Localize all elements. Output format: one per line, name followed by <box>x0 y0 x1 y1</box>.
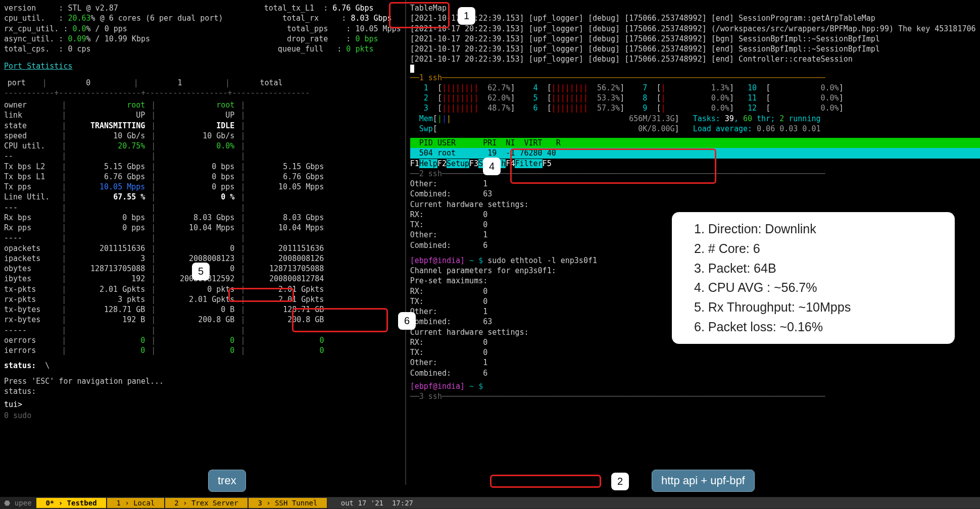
port-rows: owner|root|root|link|UP|UP|state|TRANSMI… <box>4 100 328 355</box>
table-row: ibytes|192|200800812592|200800812784 <box>4 274 328 284</box>
table-row: Tx bps L1|6.76 Gbps|0 bps|6.76 Gbps <box>4 172 328 182</box>
table-row: ---||| <box>4 202 328 213</box>
table-row: ipackets|3|2008008123|2008008126 <box>4 253 328 264</box>
trex-globals: version : STL @ v2.87 total_tx_L1 : 6.76… <box>4 3 401 13</box>
pill-trex: trex <box>208 470 246 492</box>
table-row: owner|root|root| <box>4 100 328 110</box>
table-row: Line Util.|67.55 %|0 %| <box>4 192 328 202</box>
status2: status: <box>4 386 401 396</box>
tmux-bar[interactable]: ⬣ upee 0* › Testbed 1 › Local 2 › Trex S… <box>0 497 980 509</box>
table-row: link|UP|UP| <box>4 110 328 120</box>
val-tcps: 0 cps <box>68 44 90 54</box>
table-row: ierrors|0|0|0 <box>4 345 328 355</box>
status-val: \ <box>45 361 50 370</box>
table-row: Rx bps|0 bps|8.03 Gbps|8.03 Gbps <box>4 213 328 223</box>
row-rxcpu: rx_cpu_util. : 0.0% / 0 pps total_pps : … <box>4 24 401 34</box>
cursor <box>410 65 414 73</box>
htop-mem: Mem[||| 656M/31.3G] Tasks: 39, 60 thr; 2… <box>410 114 980 124</box>
hdr-1: 1 <box>141 78 222 88</box>
tmux-tab[interactable]: 3 › SSH Tunnel <box>249 498 327 508</box>
lbl-tcps: total_cps. <box>4 44 50 54</box>
status-row: status: \ <box>4 361 401 371</box>
val-rxcpu-pct: 0.0 <box>72 24 86 33</box>
table-row: speed|10 Gb/s|10 Gb/s| <box>4 131 328 141</box>
htop-cpu-row: 3 [|||||||| 48.7%] 6 [|||||||| 57.3%] 9 … <box>410 103 980 113</box>
val-cpu-pct: 20.63 <box>68 14 90 23</box>
tui-prompt-row[interactable]: tui> <box>4 399 401 410</box>
log-line: [2021-10-17 20:22:39.153] [upf_logger] [… <box>410 54 980 64</box>
htop-cpu-row: 2 [|||||||| 62.0%] 5 [|||||||| 53.3%] 8 … <box>410 93 980 103</box>
log-lines: TableMap[2021-10-17 20:22:39.153] [upf_l… <box>410 3 980 65</box>
hdr-0: 0 <box>50 78 131 88</box>
htop-row[interactable]: 504 root 19 -1 76280 40 <box>410 148 980 158</box>
port-stats-table: port|0|1|total -----------+-------------… <box>4 78 314 98</box>
callout-6: 6 <box>398 312 416 330</box>
callout-item: # Core: 6 <box>690 239 943 259</box>
table-row: Tx pps|10.05 Mpps|0 pps|10.05 Mpps <box>4 182 328 192</box>
callout-4: 4 <box>483 158 501 175</box>
lbl-version: version <box>4 4 36 13</box>
table-row: oerrors|0|0|0 <box>4 335 328 345</box>
table-row: rx-bytes|192 B|200.8 GB|200.8 GB <box>4 315 328 325</box>
log-line: TableMap <box>410 3 980 13</box>
table-row: --||| <box>4 151 328 161</box>
esc-hint: Press 'ESC' for navigation panel... <box>4 376 401 386</box>
tmux-tab[interactable]: 1 › Local <box>107 498 164 508</box>
pane-ssh1: ──1 ssh─────────────────────────────────… <box>410 73 980 83</box>
table-row: CPU util.|20.75%|0.0%| <box>4 141 328 151</box>
val-txl1: 6.76 Gbps <box>332 4 373 13</box>
table-row: tx-bytes|128.71 GB|0 B|128.71 GB <box>4 304 328 315</box>
htop-swp: Swp[ 0K/8.00G] Load average: 0.06 0.03 0… <box>410 124 980 134</box>
lbl-cpu: cpu_util. <box>4 14 45 23</box>
hdr-total: total <box>233 78 314 88</box>
lbl-txl1: total_tx_L1 <box>264 4 314 13</box>
shell-other2: Other: 1 <box>410 358 980 368</box>
eth-cur-hdr: Current hardware settings: <box>410 199 980 210</box>
callout-item: Packet: 64B <box>690 259 943 278</box>
table-row: Tx bps L2|5.15 Gbps|0 bps|5.15 Gbps <box>4 162 328 172</box>
row-tcps: total_cps. : 0 cps queue_full : 0 pkts <box>4 44 401 54</box>
lbl-drop: drop_rate <box>287 34 328 43</box>
val-cpu-rest: % @ 6 cores (6 per dual port) <box>91 14 223 23</box>
row-async: async_util. : 0.09% / 10.99 Kbps drop_ra… <box>4 34 401 44</box>
callout-item: Direction: Downlink <box>690 219 943 239</box>
callout-item: Rx Throughput: ~10Mpps <box>690 297 943 317</box>
htop-cpu-row: 1 [|||||||| 62.7%] 4 [|||||||| 56.2%] 7 … <box>410 83 980 93</box>
row-cpu: cpu_util. : 20.63% @ 6 cores (6 per dual… <box>4 13 401 23</box>
pane-ssh3: ──3 ssh─────────────────────────────────… <box>410 391 980 401</box>
htop-header: PID USER PRI NI VIRT R <box>410 138 980 148</box>
lbl-async: async_util. <box>4 34 54 43</box>
log-line: [2021-10-17 20:22:39.153] [upf_logger] [… <box>410 13 980 23</box>
dashline: -----------+------------------+---------… <box>4 88 314 98</box>
shell-prompt-2[interactable]: [ebpf@india] ~ $ <box>410 381 980 391</box>
table-row: Rx pps|0 pps|10.04 Mpps|10.04 Mpps <box>4 223 328 233</box>
log-line: [2021-10-17 20:22:39.153] [upf_logger] [… <box>410 44 980 54</box>
port-stats-title: Port Statistics <box>4 61 401 71</box>
callout-item: CPU AVG : ~56.7% <box>690 278 943 297</box>
log-line: [2021-10-17 20:22:39.153] [upf_logger] [… <box>410 24 980 34</box>
val-qf: 0 pkts <box>346 44 373 54</box>
val-async-rest: % / 10.99 Kbps <box>86 34 150 43</box>
tmux-clock: out 17 '21 17:27 <box>327 497 980 509</box>
big-callout: Direction: Downlink# Core: 6Packet: 64BC… <box>672 212 955 344</box>
table-row: state|TRANSMITTING|IDLE| <box>4 121 328 131</box>
callout-2: 2 <box>611 473 629 490</box>
tui-prompt: tui> <box>4 400 22 409</box>
tmux-tab[interactable]: 2 › Trex Server <box>165 498 248 508</box>
tmux-tab[interactable]: 0* › Testbed <box>36 498 106 508</box>
val-version: STL @ v2.87 <box>68 4 118 13</box>
htop-cpu-bars: 1 [|||||||| 62.7%] 4 [|||||||| 56.2%] 7 … <box>410 83 980 114</box>
tmux-session[interactable]: ⬣ upee <box>0 498 36 508</box>
callout-5: 5 <box>192 263 210 280</box>
lbl-qf: queue_full <box>278 44 323 54</box>
lbl-rx: total_rx <box>282 14 319 23</box>
pane-0-sudo: 0 sudo <box>4 411 401 421</box>
table-row: obytes|128713705088|0|128713705088 <box>4 264 328 274</box>
table-row: ----||| <box>4 233 328 243</box>
trex-panel: version : STL @ v2.87 total_tx_L1 : 6.76… <box>0 0 406 485</box>
val-drop: 0 bps <box>355 34 378 43</box>
log-line: [2021-10-17 20:22:39.153] [upf_logger] [… <box>410 34 980 44</box>
val-rx: 8.03 Gbps <box>351 14 391 23</box>
eth-other: Other: 1 <box>410 179 980 189</box>
val-rxcpu-rest: % / 0 pps <box>86 24 127 33</box>
